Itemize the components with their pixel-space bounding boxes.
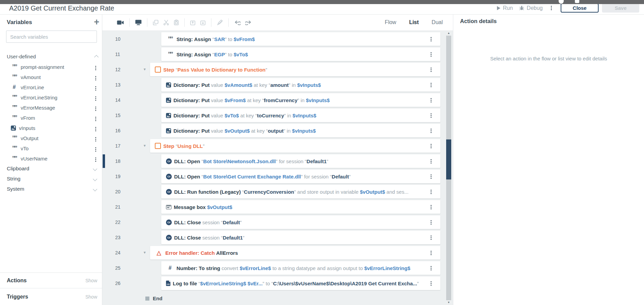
row-number: 15 — [115, 113, 121, 118]
text-segment: “ — [200, 174, 203, 179]
text-segment: ” — [266, 67, 267, 73]
action-card[interactable]: Error handler: Catch AllErrors — [150, 246, 440, 260]
text-segment: Log to file — [173, 281, 197, 286]
row-menu-icon[interactable] — [431, 252, 432, 253]
variable-item-vOutput[interactable]: vOutput — [0, 133, 102, 143]
row-menu-icon[interactable] — [431, 268, 432, 269]
more-options-icon[interactable] — [551, 7, 552, 8]
close-button[interactable]: Close — [561, 3, 599, 13]
variable-item-vFrom[interactable]: vFrom — [0, 113, 102, 123]
action-card[interactable]: Dictionary: Put value $vFrom$ at key “fr… — [161, 93, 440, 107]
row-menu-icon[interactable] — [431, 207, 432, 208]
scroll-down-icon[interactable]: ▼ — [446, 300, 451, 305]
action-card[interactable]: Message box $vOutput$ — [161, 200, 440, 214]
row-menu-icon[interactable] — [431, 84, 432, 85]
paste-icon[interactable] — [174, 20, 179, 25]
action-card[interactable]: DLL: Open “Bot Store\Newtonsoft.Json.dll… — [161, 154, 440, 168]
action-card[interactable]: DLL: Open “Bot Store\Get Current Exchang… — [161, 170, 440, 183]
redo-icon[interactable] — [245, 20, 252, 25]
variable-item-vTo[interactable]: vTo — [0, 143, 102, 153]
triggers-show-link[interactable]: Show — [85, 294, 97, 300]
collapse-icon[interactable]: ▾ — [144, 250, 146, 254]
row-menu-icon[interactable] — [431, 115, 432, 116]
variable-menu-icon[interactable] — [95, 115, 96, 121]
variable-item-vUserName[interactable]: vUserName — [0, 153, 102, 164]
list-scrollbar[interactable]: ▲ ▼ — [446, 31, 451, 305]
actions-show-link[interactable]: Show — [85, 278, 97, 283]
row-menu-icon[interactable] — [431, 100, 432, 101]
variable-item-vInputs[interactable]: vInputs — [0, 123, 102, 133]
row-menu-icon[interactable] — [431, 146, 432, 147]
tab-dual[interactable]: Dual — [432, 19, 443, 25]
variable-menu-icon[interactable] — [95, 155, 96, 161]
scrollbar-thumb[interactable] — [446, 139, 451, 179]
action-card[interactable]: Step “Pass Value to Dictionary to Functi… — [150, 63, 440, 76]
action-card[interactable]: Dictionary: Put value $vOutput$ at key “… — [161, 124, 440, 137]
row-menu-icon[interactable] — [431, 176, 432, 177]
variable-menu-icon[interactable] — [95, 74, 96, 80]
action-card[interactable]: DLL: Close session “Default1” — [161, 231, 440, 244]
row-menu-icon[interactable] — [431, 283, 432, 284]
variable-menu-icon[interactable] — [95, 94, 96, 100]
download-icon[interactable] — [200, 20, 206, 25]
record-icon[interactable] — [117, 20, 124, 25]
add-variable-button[interactable]: + — [94, 17, 99, 27]
action-card[interactable]: Dictionary: Put value $vAmount$ at key “… — [161, 78, 440, 92]
save-button[interactable]: Save — [602, 3, 639, 13]
text-segment: ” — [327, 158, 328, 164]
row-menu-icon[interactable] — [431, 222, 432, 223]
actions-section-toggle[interactable]: Actions Show — [0, 272, 102, 288]
sidebar-group-system[interactable]: System — [0, 184, 102, 194]
search-variables-input[interactable] — [6, 31, 97, 43]
action-card[interactable]: Number: To string convert $vErrorLine$ t… — [161, 261, 440, 275]
variable-menu-icon[interactable] — [95, 84, 96, 90]
action-card[interactable]: Log to file “$vErrorLineString$ $vEr...”… — [161, 277, 440, 290]
action-card[interactable]: Step “Using DLL” — [150, 139, 440, 153]
debug-button[interactable]: Debug — [519, 5, 543, 11]
variable-menu-icon[interactable] — [95, 64, 96, 70]
variable-item-vErrorLine[interactable]: vErrorLine — [0, 82, 102, 92]
action-details-panel: Action details Select an action in the f… — [453, 14, 644, 305]
action-card[interactable]: DLL: Close session “Default” — [161, 215, 440, 229]
collapse-icon[interactable]: ▾ — [144, 67, 146, 71]
row-menu-icon[interactable] — [431, 191, 432, 192]
row-menu-icon[interactable] — [431, 69, 432, 70]
undo-icon[interactable] — [234, 20, 241, 25]
row-menu-icon[interactable] — [431, 161, 432, 162]
tab-list[interactable]: List — [409, 19, 419, 25]
sidebar-group-clipboard[interactable]: Clipboard — [0, 164, 102, 174]
action-card[interactable]: DLL: Run function (Legacy) “CurrencyConv… — [161, 185, 440, 198]
tab-flow[interactable]: Flow — [385, 19, 396, 25]
user-defined-section-toggle[interactable]: User-defined — [7, 52, 98, 60]
variable-menu-icon[interactable] — [95, 125, 96, 131]
variable-item-prompt-assignment[interactable]: prompt-assignment — [0, 62, 102, 72]
row-menu-icon[interactable] — [431, 130, 432, 131]
variable-menu-icon[interactable] — [95, 135, 96, 141]
action-row-23: 23DLL: Close session “Default1” — [102, 231, 453, 244]
collapse-icon[interactable]: ▾ — [144, 144, 146, 148]
action-card[interactable]: Dictionary: Put value $vTo$ at key “toCu… — [161, 109, 440, 122]
variable-item-vAmount[interactable]: vAmount — [0, 72, 102, 82]
sidebar-group-string[interactable]: String — [0, 174, 102, 184]
variable-menu-icon[interactable] — [95, 104, 96, 111]
desktop-icon[interactable] — [135, 20, 142, 25]
upload-icon[interactable] — [190, 20, 195, 25]
cut-icon[interactable] — [163, 20, 169, 25]
action-card[interactable]: String: Assign “EGP” to $vTo$ — [161, 47, 440, 61]
log-icon — [166, 281, 170, 286]
row-menu-icon[interactable] — [431, 54, 432, 55]
variable-item-vErrorLineString[interactable]: vErrorLineString — [0, 92, 102, 102]
page-title: A2019 Get Current Exchange Rate — [9, 4, 114, 12]
edit-disabled-icon[interactable] — [217, 20, 223, 25]
row-menu-icon[interactable] — [431, 237, 432, 238]
scroll-up-icon[interactable]: ▲ — [446, 31, 451, 36]
row-menu-icon[interactable] — [431, 39, 432, 40]
group-label: System — [7, 186, 24, 192]
variable-menu-icon[interactable] — [95, 145, 96, 151]
action-card[interactable]: String: Assign “SAR” to $vFrom$ — [161, 32, 440, 46]
run-button[interactable]: Run — [497, 5, 513, 11]
variable-item-vErrorMessage[interactable]: vErrorMessage — [0, 102, 102, 113]
action-text: DLL: Run function (Legacy) “CurrencyConv… — [174, 189, 427, 195]
copy-icon[interactable] — [153, 20, 159, 25]
triggers-section-toggle[interactable]: Triggers Show — [0, 288, 102, 305]
